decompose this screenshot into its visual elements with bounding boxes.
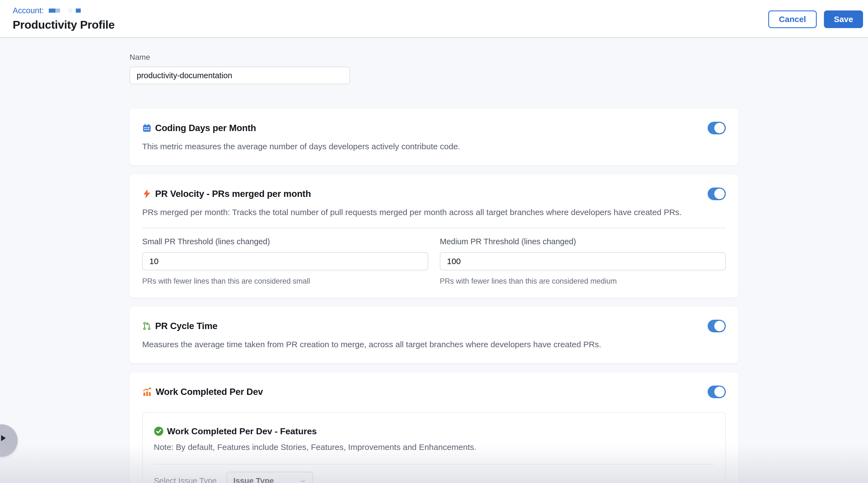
card-title: PR Cycle Time xyxy=(155,321,217,331)
profile-form: Name xyxy=(129,38,739,483)
card-title: PR Velocity - PRs merged per month xyxy=(155,189,311,199)
toggle-knob xyxy=(714,387,725,397)
card-header: Coding Days per Month xyxy=(142,122,726,134)
account-breadcrumb[interactable]: Account: xyxy=(13,6,115,15)
card-header: PR Velocity - PRs merged per month xyxy=(142,188,726,200)
save-button[interactable]: Save xyxy=(824,10,863,28)
card-pr-cycle-time: PR Cycle Time Measures the average time … xyxy=(129,307,739,363)
redaction-block xyxy=(55,8,60,13)
issue-type-select-value: Issue Type xyxy=(233,476,274,483)
account-name-redacted xyxy=(49,8,81,13)
medium-pr-threshold-input[interactable] xyxy=(440,252,726,270)
card-coding-days: Coding Days per Month This metric measur… xyxy=(129,108,739,165)
header-actions: Cancel Save xyxy=(768,10,863,28)
chevron-down-icon xyxy=(299,478,306,483)
card-description: Measures the average time taken from PR … xyxy=(142,339,726,350)
medium-pr-threshold-helper: PRs with fewer lines than this are consi… xyxy=(440,277,726,286)
sub-panel-title: Work Completed Per Dev - Features xyxy=(167,426,317,437)
check-circle-icon xyxy=(154,426,164,436)
card-pr-velocity: PR Velocity - PRs merged per month PRs m… xyxy=(129,174,739,298)
coding-days-toggle[interactable] xyxy=(708,122,726,134)
card-description: PRs merged per month: Tracks the total n… xyxy=(142,207,726,218)
toggle-knob xyxy=(714,123,725,133)
card-title: Work Completed Per Dev xyxy=(156,387,263,397)
lightning-bolt-icon xyxy=(142,189,152,198)
section-divider xyxy=(154,464,714,464)
small-pr-threshold-helper: PRs with fewer lines than this are consi… xyxy=(142,277,428,286)
toggle-knob xyxy=(714,321,725,331)
medium-pr-threshold-group: Medium PR Threshold (lines changed) PRs … xyxy=(440,237,726,286)
page-title: Productivity Profile xyxy=(13,19,115,31)
pr-velocity-toggle[interactable] xyxy=(708,188,726,200)
issue-type-select[interactable]: Issue Type xyxy=(226,472,313,483)
card-title: Coding Days per Month xyxy=(155,123,256,133)
select-issue-type-label: Select Issue Type xyxy=(154,476,217,483)
cancel-button[interactable]: Cancel xyxy=(768,10,817,28)
expand-arrow-icon xyxy=(1,435,6,441)
bar-chart-trend-icon xyxy=(142,387,152,397)
medium-pr-threshold-label: Medium PR Threshold (lines changed) xyxy=(440,237,726,246)
redaction-block xyxy=(68,8,72,13)
card-description: This metric measures the average number … xyxy=(142,141,726,152)
work-completed-features-panel: Work Completed Per Dev - Features Note: … xyxy=(142,412,726,483)
pull-request-icon xyxy=(142,321,152,331)
pr-cycle-time-toggle[interactable] xyxy=(708,320,726,332)
work-completed-toggle[interactable] xyxy=(708,386,726,398)
account-label: Account: xyxy=(13,6,44,15)
features-note: Note: By default, Features include Stori… xyxy=(154,443,714,452)
sub-panel-header: Work Completed Per Dev - Features xyxy=(154,426,714,437)
header-left: Account: Productivity Profile xyxy=(13,5,115,31)
card-work-completed: Work Completed Per Dev Work Completed Pe… xyxy=(129,372,739,483)
name-field-group: Name xyxy=(129,53,739,84)
redaction-block xyxy=(49,8,55,13)
name-input[interactable] xyxy=(129,67,350,84)
small-pr-threshold-group: Small PR Threshold (lines changed) PRs w… xyxy=(142,237,428,286)
small-pr-threshold-label: Small PR Threshold (lines changed) xyxy=(142,237,428,246)
issue-type-row: Select Issue Type Issue Type xyxy=(154,472,714,483)
calendar-icon xyxy=(142,123,152,133)
redaction-block xyxy=(76,8,81,13)
card-header: Work Completed Per Dev xyxy=(142,386,726,398)
sidebar-expand-button[interactable] xyxy=(0,424,18,457)
threshold-fields: Small PR Threshold (lines changed) PRs w… xyxy=(142,228,726,286)
small-pr-threshold-input[interactable] xyxy=(142,252,428,270)
toggle-knob xyxy=(714,189,725,199)
name-label: Name xyxy=(129,53,739,62)
page-header: Account: Productivity Profile Cancel Sav… xyxy=(0,0,868,38)
card-header: PR Cycle Time xyxy=(142,320,726,332)
